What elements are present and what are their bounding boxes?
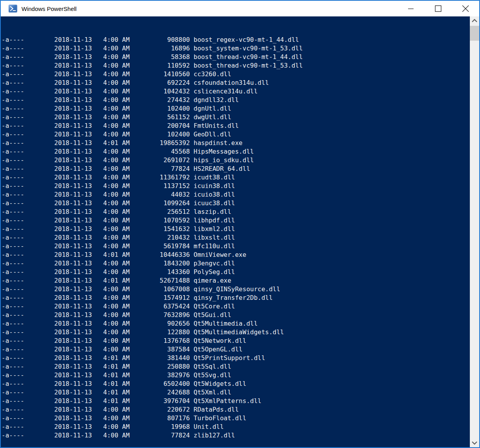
file-row: -a---- 2018-11-13 4:00 AM 44032 icuio38.… (2, 190, 470, 199)
file-row: -a---- 2018-11-13 4:00 AM 902656 Qt5Mult… (2, 319, 470, 328)
chevron-down-icon (471, 441, 478, 445)
console[interactable]: -a---- 2018-11-13 4:00 AM 908800 boost_r… (1, 16, 470, 447)
file-row: -a---- 2018-11-13 4:00 AM 143360 PolySeg… (2, 268, 470, 276)
file-row: -a---- 2018-11-13 4:01 AM 250880 Qt5Sql.… (2, 362, 470, 371)
file-row: -a---- 2018-11-13 4:01 AM 382976 Qt5Svg.… (2, 371, 470, 380)
file-row: -a---- 2018-11-13 4:00 AM 1099264 icuuc3… (2, 199, 470, 208)
scroll-up-button[interactable] (470, 16, 479, 25)
vertical-scrollbar[interactable] (470, 16, 479, 447)
file-row: -a---- 2018-11-13 4:01 AM 10446336 OmniV… (2, 251, 470, 259)
minimize-icon (407, 5, 414, 12)
maximize-button[interactable] (424, 1, 452, 16)
close-button[interactable] (452, 1, 479, 16)
file-row: -a---- 2018-11-13 4:00 AM 58368 boost_th… (2, 53, 470, 61)
maximize-icon (435, 5, 442, 12)
chevron-up-icon (471, 19, 478, 23)
powershell-window: Windows PowerShell -a---- 2018-1 (0, 0, 480, 448)
file-row: -a---- 2018-11-13 4:00 AM 1410560 cc3260… (2, 70, 470, 79)
scrollbar-thumb[interactable] (470, 26, 479, 41)
file-row: -a---- 2018-11-13 4:00 AM 5619784 mfc110… (2, 242, 470, 251)
file-row: -a---- 2018-11-13 4:00 AM 692224 csfound… (2, 79, 470, 87)
file-row: -a---- 2018-11-13 4:00 AM 2691072 hips_i… (2, 156, 470, 165)
file-row: -a---- 2018-11-13 4:00 AM 45568 HipsMess… (2, 147, 470, 156)
file-row: -a---- 2018-11-13 4:00 AM 274432 dgndll3… (2, 96, 470, 104)
scroll-down-button[interactable] (470, 439, 479, 447)
close-icon (462, 5, 469, 13)
file-row: -a---- 2018-11-13 4:00 AM 1376768 Qt5Net… (2, 337, 470, 345)
file-row: -a---- 2018-11-13 4:00 AM 1070592 libhpd… (2, 216, 470, 225)
file-row: -a---- 2018-11-13 4:01 AM 381440 Qt5Prin… (2, 354, 470, 362)
window-controls (397, 1, 479, 16)
minimize-button[interactable] (397, 1, 424, 16)
file-row: -a---- 2018-11-13 4:00 AM 210432 libxslt… (2, 233, 470, 242)
file-row: -a---- 2018-11-13 4:00 AM 200704 FmtUnit… (2, 122, 470, 130)
file-row: -a---- 2018-11-13 4:00 AM 11361792 icudt… (2, 173, 470, 182)
file-row: -a---- 2018-11-13 4:00 AM 908800 boost_r… (2, 36, 470, 44)
file-row: -a---- 2018-11-13 4:00 AM 102400 dgnUtl.… (2, 104, 470, 113)
blank-line (2, 440, 470, 447)
file-row: -a---- 2018-11-13 4:00 AM 7632896 Qt5Gui… (2, 311, 470, 319)
file-row: -a---- 2018-11-13 4:00 AM 6375424 Qt5Cor… (2, 302, 470, 311)
file-row: -a---- 2018-11-13 4:00 AM 807176 TurboFl… (2, 414, 470, 423)
file-row: -a---- 2018-11-13 4:00 AM 256512 laszip.… (2, 208, 470, 216)
file-row: -a---- 2018-11-13 4:00 AM 77824 zlib127.… (2, 431, 470, 440)
file-row: -a---- 2018-11-13 4:01 AM 3976704 Qt5Xml… (2, 397, 470, 405)
window-title: Windows PowerShell (21, 5, 77, 12)
console-output: -a---- 2018-11-13 4:00 AM 908800 boost_r… (2, 36, 470, 447)
file-row: -a---- 2018-11-13 4:00 AM 110592 boost_t… (2, 61, 470, 70)
file-row: -a---- 2018-11-13 4:00 AM 1042432 cslice… (2, 87, 470, 96)
file-row: -a---- 2018-11-13 4:00 AM 1541632 libxml… (2, 225, 470, 233)
file-row: -a---- 2018-11-13 4:00 AM 102400 GeoDll.… (2, 130, 470, 139)
file-row: -a---- 2018-11-13 4:00 AM 1137152 icuin3… (2, 182, 470, 190)
file-row: -a---- 2018-11-13 4:01 AM 52671488 qimer… (2, 276, 470, 285)
file-row: -a---- 2018-11-13 4:01 AM 19865392 haspd… (2, 139, 470, 147)
file-row: -a---- 2018-11-13 4:01 AM 242688 Qt5Xml.… (2, 388, 470, 397)
powershell-icon (8, 4, 18, 13)
file-row: -a---- 2018-11-13 4:00 AM 561152 dwgUtl.… (2, 113, 470, 122)
file-row: -a---- 2018-11-13 4:00 AM 122880 Qt5Mult… (2, 328, 470, 337)
file-row: -a---- 2018-11-13 4:00 AM 220672 RDataPd… (2, 405, 470, 414)
file-row: -a---- 2018-11-13 4:00 AM 387584 Qt5Open… (2, 345, 470, 354)
file-row: -a---- 2018-11-13 4:00 AM 1574912 qinsy_… (2, 294, 470, 302)
file-row: -a---- 2018-11-13 4:01 AM 6502400 Qt5Wid… (2, 380, 470, 388)
file-row: -a---- 2018-11-13 4:00 AM 77824 HS2READR… (2, 165, 470, 173)
file-row: -a---- 2018-11-13 4:00 AM 1067008 qinsy_… (2, 285, 470, 294)
titlebar[interactable]: Windows PowerShell (1, 1, 479, 16)
file-row: -a---- 2018-11-13 4:00 AM 16896 boost_sy… (2, 44, 470, 53)
file-row: -a---- 2018-11-13 4:00 AM 19968 Unit.dll (2, 423, 470, 431)
file-row: -a---- 2018-11-13 4:00 AM 1843200 p3engv… (2, 259, 470, 268)
